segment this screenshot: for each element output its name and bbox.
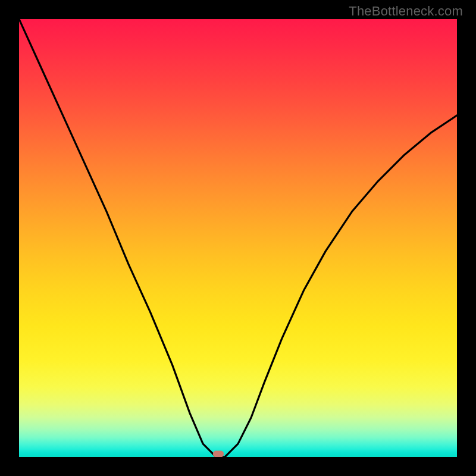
watermark-text: TheBottleneck.com <box>349 4 463 19</box>
bottleneck-curve <box>19 19 457 457</box>
chart-frame: TheBottleneck.com <box>0 0 476 476</box>
plot-area <box>19 19 457 457</box>
optimal-point-marker <box>213 450 224 457</box>
